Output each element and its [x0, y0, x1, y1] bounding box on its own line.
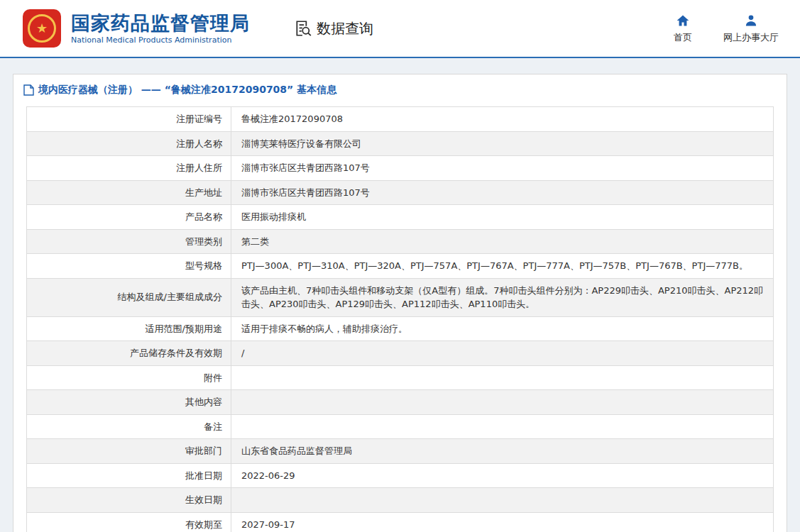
table-row: ◕管理类别 第二类	[27, 229, 774, 254]
row-label: ◕附件	[27, 365, 231, 390]
table-row: ◕注册人名称 淄博芙莱特医疗设备有限公司	[27, 131, 774, 156]
row-label: ◕型号规格	[27, 254, 231, 279]
nav-item-label: 网上办事大厅	[723, 31, 779, 44]
document-search-icon	[294, 19, 312, 38]
header: ★ 国家药品监督管理局 National Medical Products Ad…	[0, 0, 800, 57]
row-value	[231, 488, 774, 513]
table-row: ◕注册证编号 鲁械注准20172090708	[27, 107, 774, 132]
table-row: ◕适用范围/预期用途 适用于排痰不畅的病人，辅助排痰治疗。	[27, 316, 774, 341]
row-value: 2027-09-17	[231, 512, 774, 532]
table-row: ◕结构及组成/主要组成成分 该产品由主机、7种叩击头组件和移动支架（仅A型有）组…	[27, 278, 774, 316]
org-title-block: 国家药品监督管理局 National Medical Products Admi…	[71, 12, 250, 45]
row-value: 2022-06-29	[231, 463, 774, 488]
table-row: ◕审批部门 山东省食品药品监督管理局	[27, 439, 774, 464]
user-icon	[744, 13, 758, 28]
row-value: 淄博芙莱特医疗设备有限公司	[231, 131, 774, 156]
data-query-tab[interactable]: 数据查询	[294, 19, 373, 38]
home-icon	[676, 13, 690, 28]
table-row: ◕有效期至 2027-09-17	[27, 512, 774, 532]
table-row: ◕附件	[27, 365, 774, 390]
row-value	[231, 390, 774, 415]
table-row: ◕产品储存条件及有效期 /	[27, 341, 774, 366]
row-value: PTJ—300A、PTJ—310A、PTJ—320A、PTJ—757A、PTJ—…	[231, 254, 774, 279]
row-label: ◕审批部门	[27, 439, 231, 464]
nav-item-home[interactable]: 首页	[674, 13, 692, 44]
header-nav: 首页 网上办事大厅	[674, 13, 779, 44]
table-row: ◕生产地址 淄博市张店区共青团西路107号	[27, 180, 774, 205]
row-value: 山东省食品药品监督管理局	[231, 439, 774, 464]
row-label: ◕备注	[27, 414, 231, 439]
info-table-body: ◕注册证编号 鲁械注准20172090708 ◕注册人名称 淄博芙莱特医疗设备有…	[27, 107, 774, 532]
row-label: ◕生效日期	[27, 488, 231, 513]
row-value: 淄博市张店区共青团西路107号	[231, 180, 774, 205]
document-icon	[23, 84, 34, 96]
table-row: ◕型号规格 PTJ—300A、PTJ—310A、PTJ—320A、PTJ—757…	[27, 254, 774, 279]
national-emblem-icon: ★	[23, 9, 61, 48]
row-label: ◕注册证编号	[27, 107, 231, 132]
table-row: ◕备注	[27, 414, 774, 439]
info-card: 境内医疗器械（注册） —— “鲁械注准20172090708” 基本信息 ◕注册…	[13, 74, 787, 532]
row-value	[231, 414, 774, 439]
org-name-cn: 国家药品监督管理局	[71, 12, 250, 34]
row-label: ◕适用范围/预期用途	[27, 316, 231, 341]
row-value: /	[231, 341, 774, 366]
table-row: ◕其他内容	[27, 390, 774, 415]
row-label: ◕产品名称	[27, 205, 231, 230]
row-value: 淄博市张店区共青团西路107号	[231, 156, 774, 181]
table-row: ◕产品名称 医用振动排痰机	[27, 205, 774, 230]
row-label: ◕批准日期	[27, 463, 231, 488]
page-title: 境内医疗器械（注册） —— “鲁械注准20172090708” 基本信息	[38, 84, 336, 96]
table-row: ◕注册人住所 淄博市张店区共青团西路107号	[27, 156, 774, 181]
card-title-row: 境内医疗器械（注册） —— “鲁械注准20172090708” 基本信息	[13, 74, 787, 105]
row-value: 适用于排痰不畅的病人，辅助排痰治疗。	[231, 316, 774, 341]
row-label: ◕有效期至	[27, 512, 231, 532]
row-value: 医用振动排痰机	[231, 205, 774, 230]
row-value: 鲁械注准20172090708	[231, 107, 774, 132]
row-value: 第二类	[231, 229, 774, 254]
row-value: 该产品由主机、7种叩击头组件和移动支架（仅A型有）组成。7种叩击头组件分别为：A…	[231, 278, 774, 316]
content-area: 境内医疗器械（注册） —— “鲁械注准20172090708” 基本信息 ◕注册…	[0, 58, 800, 532]
table-row: ◕生效日期	[27, 488, 774, 513]
row-label: ◕管理类别	[27, 229, 231, 254]
row-label: ◕注册人住所	[27, 156, 231, 181]
nav-item-service-hall[interactable]: 网上办事大厅	[723, 13, 779, 44]
row-value	[231, 365, 774, 390]
table-row: ◕批准日期 2022-06-29	[27, 463, 774, 488]
org-name-en: National Medical Products Administration	[71, 35, 250, 45]
info-table: ◕注册证编号 鲁械注准20172090708 ◕注册人名称 淄博芙莱特医疗设备有…	[26, 106, 774, 532]
row-label: ◕产品储存条件及有效期	[27, 341, 231, 366]
row-label: ◕注册人名称	[27, 131, 231, 156]
nav-item-label: 首页	[674, 31, 692, 44]
row-label: ◕生产地址	[27, 180, 231, 205]
row-label: ◕结构及组成/主要组成成分	[27, 278, 231, 316]
row-label: ◕其他内容	[27, 390, 231, 415]
data-query-label: 数据查询	[317, 19, 373, 38]
